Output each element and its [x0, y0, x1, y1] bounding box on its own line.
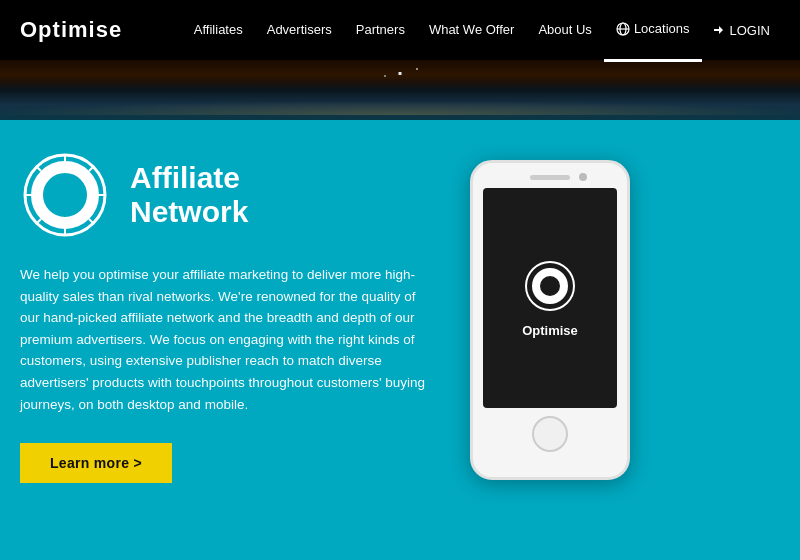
hero-banner [0, 60, 800, 120]
nav-item-affiliates[interactable]: Affiliates [182, 0, 255, 60]
star-decoration [399, 72, 402, 75]
navigation: Optimise Affiliates Advertisers Partners… [0, 0, 800, 60]
phone-camera [579, 173, 587, 181]
nav-link-locations[interactable]: Locations [604, 0, 702, 62]
phone-speaker [530, 175, 570, 180]
nav-link-what-we-offer[interactable]: What We Offer [417, 0, 527, 60]
main-content: Affiliate Network We help you optimise y… [0, 120, 800, 560]
nav-link-advertisers[interactable]: Advertisers [255, 0, 344, 60]
nav-link-partners[interactable]: Partners [344, 0, 417, 60]
svg-point-14 [536, 272, 564, 300]
nav-link-affiliates[interactable]: Affiliates [182, 0, 255, 60]
login-button[interactable]: LOGIN [702, 23, 780, 38]
description-text: We help you optimise your affiliate mark… [20, 264, 430, 415]
nav-item-locations[interactable]: Locations [604, 0, 702, 62]
affiliate-network-title: Affiliate Network [130, 161, 248, 230]
phone-brand-label: Optimise [522, 323, 578, 338]
phone-home-button[interactable] [532, 416, 568, 452]
logo[interactable]: Optimise [20, 17, 122, 43]
phone-mockup: Optimise [470, 160, 630, 480]
phone-screen: Optimise [483, 188, 617, 408]
phone-screen-logo [523, 259, 577, 313]
city-lights-decoration [0, 85, 800, 115]
svg-point-4 [37, 167, 93, 223]
affiliate-network-logo [20, 150, 110, 240]
learn-more-button[interactable]: Learn more > [20, 443, 172, 483]
nav-item-about-us[interactable]: About Us [526, 0, 603, 60]
phone-section: Optimise [450, 150, 650, 530]
nav-item-partners[interactable]: Partners [344, 0, 417, 60]
star-decoration-3 [384, 75, 386, 77]
nav-item-what-we-offer[interactable]: What We Offer [417, 0, 527, 60]
nav-links: Affiliates Advertisers Partners What We … [182, 0, 702, 62]
login-icon [712, 23, 726, 37]
affiliate-logo-row: Affiliate Network [20, 150, 430, 240]
globe-icon [616, 22, 630, 36]
nav-item-advertisers[interactable]: Advertisers [255, 0, 344, 60]
left-section: Affiliate Network We help you optimise y… [20, 150, 450, 530]
star-decoration-2 [416, 68, 418, 70]
nav-link-about-us[interactable]: About Us [526, 0, 603, 60]
